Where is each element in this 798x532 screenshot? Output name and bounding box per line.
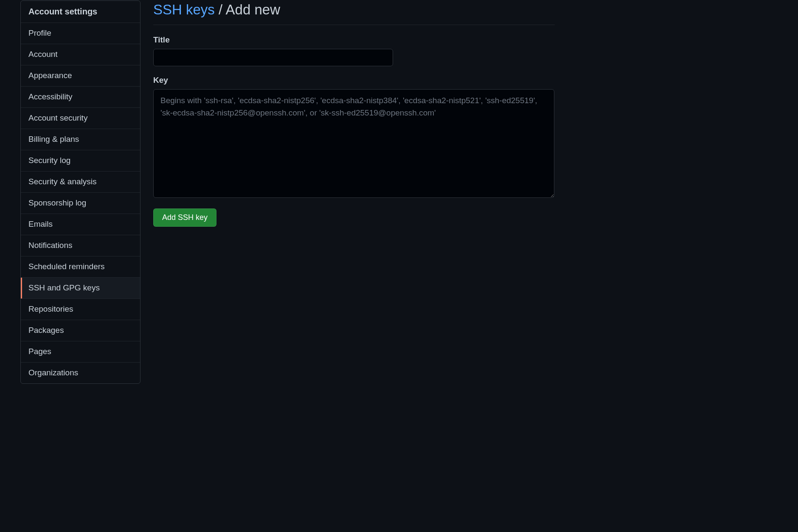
sidebar-item-accessibility[interactable]: Accessibility (21, 87, 140, 108)
sidebar-item-account-security[interactable]: Account security (21, 108, 140, 129)
sidebar-item-security-log[interactable]: Security log (21, 150, 140, 172)
key-form-group: Key (153, 76, 555, 199)
title-input[interactable] (153, 49, 393, 66)
sidebar-item-billing-plans[interactable]: Billing & plans (21, 129, 140, 150)
breadcrumb-link[interactable]: SSH keys (153, 2, 215, 17)
key-textarea[interactable] (153, 89, 554, 198)
sidebar-item-notifications[interactable]: Notifications (21, 235, 140, 256)
add-ssh-key-button[interactable]: Add SSH key (153, 208, 216, 227)
title-label: Title (153, 35, 555, 45)
sidebar-item-scheduled-reminders[interactable]: Scheduled reminders (21, 256, 140, 278)
sidebar-item-account[interactable]: Account (21, 44, 140, 65)
sidebar-header: Account settings (21, 1, 140, 23)
sidebar-item-ssh-gpg-keys[interactable]: SSH and GPG keys (21, 278, 140, 299)
sidebar-item-emails[interactable]: Emails (21, 214, 140, 235)
sidebar-box: Account settings Profile Account Appeara… (20, 0, 140, 384)
sidebar-item-appearance[interactable]: Appearance (21, 65, 140, 87)
page-header: SSH keys / Add new (153, 2, 555, 25)
title-form-group: Title (153, 35, 555, 66)
sidebar-item-packages[interactable]: Packages (21, 320, 140, 341)
breadcrumb-current: Add new (226, 2, 280, 17)
sidebar-item-profile[interactable]: Profile (21, 23, 140, 44)
sidebar-item-security-analysis[interactable]: Security & analysis (21, 172, 140, 193)
settings-sidebar: Account settings Profile Account Appeara… (20, 0, 140, 384)
sidebar-item-repositories[interactable]: Repositories (21, 299, 140, 320)
main-content: SSH keys / Add new Title Key Add SSH key (153, 0, 798, 384)
sidebar-item-organizations[interactable]: Organizations (21, 363, 140, 383)
breadcrumb-separator: / (215, 2, 226, 17)
key-label: Key (153, 76, 555, 85)
sidebar-item-sponsorship-log[interactable]: Sponsorship log (21, 193, 140, 214)
sidebar-item-pages[interactable]: Pages (21, 341, 140, 363)
